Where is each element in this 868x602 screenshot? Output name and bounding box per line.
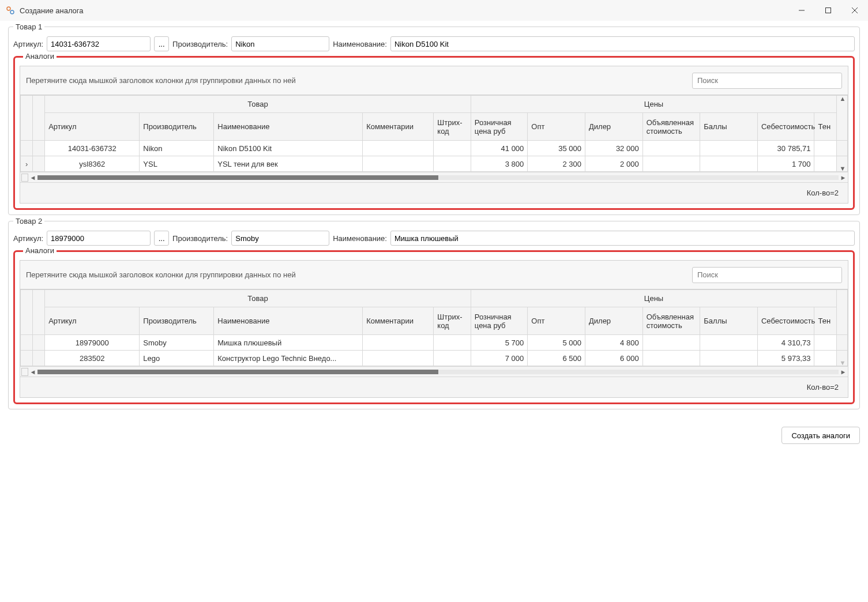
grid-footer: Кол-во=2 [20, 182, 848, 203]
article-lookup-button[interactable]: ... [154, 231, 169, 246]
col-article[interactable]: Артикул [45, 307, 140, 335]
horizontal-scrollbar[interactable]: ◄ ► [20, 172, 848, 182]
article-input[interactable] [47, 231, 151, 246]
col-cost[interactable]: Себестоимость [757, 307, 814, 335]
col-barcode[interactable]: Штрих-код [434, 307, 471, 335]
col-cost[interactable]: Себестоимость [757, 113, 814, 141]
window-title: Создание аналога [20, 6, 788, 15]
col-manufacturer[interactable]: Производитель [140, 307, 214, 335]
name-input[interactable] [390, 36, 855, 51]
article-label: Артикул: [13, 40, 43, 48]
analogs-1-legend: Аналоги [23, 52, 57, 61]
analogs-2-fieldset: Аналоги Перетяните сюда мышкой заголовок… [13, 250, 855, 404]
titlebar: Создание аналога [0, 0, 868, 21]
article-label: Артикул: [13, 234, 43, 243]
create-analogs-button[interactable]: Создать аналоги [781, 427, 860, 444]
group-header-tovar[interactable]: Товар [45, 96, 471, 113]
manufacturer-input[interactable] [231, 36, 329, 51]
col-manufacturer[interactable]: Производитель [140, 113, 214, 141]
col-retail[interactable]: Розничная цена руб [471, 307, 527, 335]
col-opt[interactable]: Опт [528, 307, 585, 335]
col-tail[interactable]: Тен [814, 113, 837, 141]
col-retail[interactable]: Розничная цена руб [471, 113, 527, 141]
table-row[interactable]: 18979000 Smoby Мишка плюшевый 5 700 5 00… [21, 335, 848, 351]
analogs-2-table: Товар Цены Артикул Производитель Наимено… [20, 289, 848, 366]
group-header-prices[interactable]: Цены [471, 290, 836, 307]
analogs-2-legend: Аналоги [23, 246, 57, 255]
table-row[interactable]: › ysl8362 YSL YSL тени для век 3 800 [21, 156, 848, 172]
svg-point-0 [7, 7, 10, 10]
scroll-right-icon: ► [839, 368, 848, 375]
col-points[interactable]: Баллы [700, 307, 758, 335]
analogs-1-fieldset: Аналоги Перетяните сюда мышкой заголовок… [13, 56, 855, 210]
product-2-legend: Товар 2 [13, 217, 44, 225]
bottom-bar: Создать аналоги [0, 421, 868, 452]
product-1-fieldset: Товар 1 Артикул: ... Производитель: Наим… [8, 27, 860, 215]
group-header-prices[interactable]: Цены [471, 96, 836, 113]
col-comments[interactable]: Комментарии [363, 307, 434, 335]
product-1-legend: Товар 1 [13, 22, 44, 31]
analogs-1-table: Товар Цены Артикул Производитель Наимено… [20, 95, 848, 172]
col-name[interactable]: Наименование [214, 113, 363, 141]
product-2-fieldset: Товар 2 Артикул: ... Производитель: Наим… [8, 221, 860, 409]
name-label: Наименование: [333, 234, 387, 243]
horizontal-scrollbar[interactable]: ◄ ► [20, 366, 848, 377]
name-input[interactable] [390, 231, 855, 246]
col-comments[interactable]: Комментарии [363, 113, 434, 141]
col-article[interactable]: Артикул [45, 113, 140, 141]
maximize-button[interactable] [815, 0, 841, 21]
main-content: Товар 1 Артикул: ... Производитель: Наим… [0, 21, 868, 421]
col-dealer[interactable]: Дилер [585, 113, 642, 141]
group-header-tovar[interactable]: Товар [45, 290, 471, 307]
manufacturer-input[interactable] [231, 231, 329, 246]
minimize-button[interactable] [788, 0, 815, 21]
table-row[interactable]: 283502 Lego Конструктор Lego Technic Вне… [21, 351, 848, 366]
table-row[interactable]: 14031-636732 Nikon Nikon D5100 Kit 41 00… [21, 141, 848, 156]
col-barcode[interactable]: Штрих-код [434, 113, 471, 141]
name-label: Наименование: [333, 40, 387, 48]
search-input[interactable] [692, 267, 842, 283]
scroll-left-icon: ◄ [28, 174, 37, 181]
grouping-hint: Перетяните сюда мышкой заголовок колонки… [26, 270, 692, 279]
col-points[interactable]: Баллы [700, 113, 758, 141]
article-lookup-button[interactable]: ... [154, 36, 169, 51]
grid-footer: Кол-во=2 [20, 377, 848, 397]
close-button[interactable] [841, 0, 868, 21]
col-dealer[interactable]: Дилер [585, 307, 642, 335]
manufacturer-label: Производитель: [172, 234, 228, 243]
search-input[interactable] [692, 73, 842, 89]
svg-point-1 [10, 10, 14, 14]
row-pointer-icon: › [21, 156, 33, 172]
article-input[interactable] [47, 36, 151, 51]
app-icon [6, 6, 15, 15]
col-opt[interactable]: Опт [528, 113, 585, 141]
col-name[interactable]: Наименование [214, 307, 363, 335]
scroll-right-icon: ► [839, 174, 848, 181]
manufacturer-label: Производитель: [172, 40, 228, 48]
grouping-hint: Перетяните сюда мышкой заголовок колонки… [26, 76, 692, 85]
col-declared[interactable]: Объявленная стоимость [642, 113, 700, 141]
col-declared[interactable]: Объявленная стоимость [642, 307, 700, 335]
svg-rect-3 [826, 8, 831, 13]
col-tail[interactable]: Тен [814, 307, 837, 335]
scroll-left-icon: ◄ [28, 368, 37, 375]
